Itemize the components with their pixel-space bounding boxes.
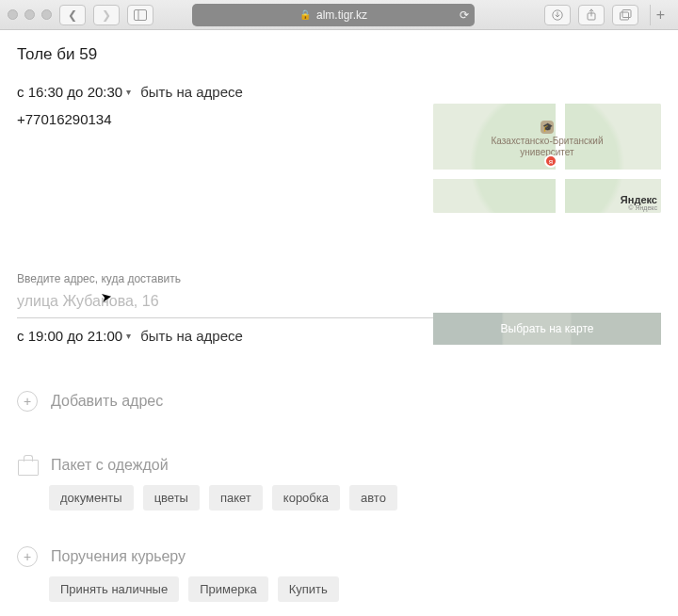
window-controls [8, 9, 52, 20]
tag-коробка[interactable]: коробка [272, 485, 340, 511]
tabs-button[interactable] [612, 5, 638, 25]
instruction-tags: Принять наличныеПримеркаКупить [17, 576, 661, 611]
reload-icon[interactable]: ⟳ [460, 8, 469, 22]
instructions-row[interactable]: + Поручения курьеру [17, 529, 661, 576]
package-tags: документыцветыпакеткоробкаавто [17, 485, 661, 520]
new-tab-button[interactable]: + [650, 5, 670, 25]
tag-пакет[interactable]: пакет [209, 485, 263, 511]
tag-Примерка[interactable]: Примерка [188, 576, 267, 602]
delivery-time-hint: быть на адресе [140, 328, 243, 344]
package-label: Пакет с одеждой [51, 457, 169, 474]
delivery-address-input[interactable] [17, 293, 661, 310]
package-row[interactable]: Пакет с одеждой [17, 438, 661, 485]
pickup-map[interactable]: 🎓 Казахстанско-Британский университет я … [433, 104, 661, 213]
svg-rect-4 [620, 12, 628, 20]
chevron-down-icon: ▾ [126, 87, 131, 97]
pickup-time-select[interactable]: с 16:30 до 20:30 ▾ [17, 84, 131, 100]
svg-rect-5 [622, 9, 631, 17]
delivery-time-select[interactable]: с 19:00 до 21:00 ▾ [17, 328, 131, 344]
tag-Купить[interactable]: Купить [278, 576, 339, 602]
close-window-icon[interactable] [8, 9, 18, 20]
pickup-time-value: с 16:30 до 20:30 [17, 84, 122, 100]
svg-rect-0 [135, 9, 147, 20]
university-icon: 🎓 [541, 121, 554, 134]
pickup-time-hint: быть на адресе [140, 84, 243, 100]
plus-icon: + [17, 391, 38, 412]
tag-авто[interactable]: авто [349, 485, 397, 511]
delivery-time-value: с 19:00 до 21:00 [17, 328, 122, 344]
instructions-label: Поручения курьеру [51, 548, 186, 565]
chevron-down-icon: ▾ [126, 331, 131, 341]
sidebar-toggle-button[interactable] [127, 5, 153, 25]
add-address-label: Добавить адрес [51, 393, 163, 410]
address-bar[interactable]: 🔒 alm.tigr.kz ⟳ [192, 4, 475, 26]
delivery-address-label: Введите адрес, куда доставить [17, 272, 661, 289]
pickup-address[interactable]: Толе би 59 [17, 40, 661, 74]
url-text: alm.tigr.kz [316, 8, 367, 22]
tag-документы[interactable]: документы [49, 485, 134, 511]
maximize-window-icon[interactable] [41, 9, 52, 20]
map-poi-label: 🎓 Казахстанско-Британский университет [433, 121, 661, 158]
downloads-button[interactable] [544, 5, 571, 25]
choose-on-map-button[interactable]: Выбрать на карте [433, 313, 661, 345]
plus-icon: + [17, 546, 38, 567]
tag-цветы[interactable]: цветы [143, 485, 200, 511]
lock-icon: 🔒 [299, 9, 311, 20]
back-button[interactable]: ❮ [59, 5, 86, 25]
page-content: Толе би 59 с 16:30 до 20:30 ▾ быть на ад… [0, 30, 678, 616]
add-address-row[interactable]: + Добавить адрес [17, 374, 661, 421]
yandex-logo: Яндекс © Яндекс [621, 194, 657, 211]
tag-Принять наличные[interactable]: Принять наличные [49, 576, 179, 602]
forward-button[interactable]: ❯ [93, 5, 120, 25]
share-button[interactable] [578, 5, 605, 25]
bag-icon [17, 455, 38, 476]
map-pin-icon: я [544, 154, 557, 168]
browser-toolbar: ❮ ❯ 🔒 alm.tigr.kz ⟳ + [0, 0, 678, 30]
minimize-window-icon[interactable] [24, 9, 35, 20]
